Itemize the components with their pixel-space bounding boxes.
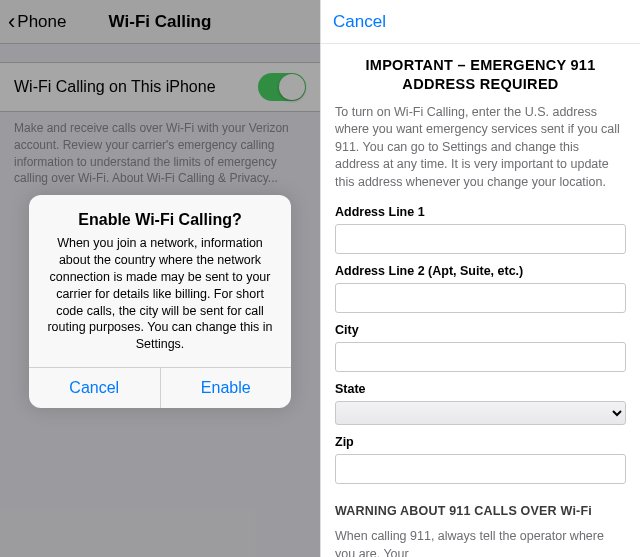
cancel-button[interactable]: Cancel	[333, 12, 386, 32]
info-text: To turn on Wi-Fi Calling, enter the U.S.…	[335, 104, 626, 192]
state-select[interactable]	[335, 401, 626, 425]
label-state: State	[335, 382, 626, 396]
label-city: City	[335, 323, 626, 337]
important-heading: IMPORTANT – EMERGENCY 911 ADDRESS REQUIR…	[335, 56, 626, 94]
warning-text: When calling 911, always tell the operat…	[335, 528, 626, 557]
label-address2: Address Line 2 (Apt, Suite, etc.)	[335, 264, 626, 278]
warning-heading: WARNING ABOUT 911 CALLS OVER Wi-Fi	[335, 504, 626, 518]
alert-enable-button[interactable]: Enable	[161, 368, 292, 408]
alert-buttons: Cancel Enable	[29, 367, 291, 408]
city-input[interactable]	[335, 342, 626, 372]
alert-title: Enable Wi-Fi Calling?	[43, 211, 277, 229]
alert-body: When you join a network, information abo…	[43, 235, 277, 353]
alert-cancel-button[interactable]: Cancel	[29, 368, 161, 408]
address1-input[interactable]	[335, 224, 626, 254]
address2-input[interactable]	[335, 283, 626, 313]
settings-pane-left: ‹ Phone Wi-Fi Calling Wi-Fi Calling on T…	[0, 0, 320, 557]
enable-wifi-calling-alert: Enable Wi-Fi Calling? When you join a ne…	[29, 195, 291, 408]
alert-content: Enable Wi-Fi Calling? When you join a ne…	[29, 195, 291, 367]
form-scroll: IMPORTANT – EMERGENCY 911 ADDRESS REQUIR…	[321, 44, 640, 557]
right-header: Cancel	[321, 0, 640, 44]
zip-input[interactable]	[335, 454, 626, 484]
emergency-address-pane: Cancel IMPORTANT – EMERGENCY 911 ADDRESS…	[320, 0, 640, 557]
label-zip: Zip	[335, 435, 626, 449]
label-address1: Address Line 1	[335, 205, 626, 219]
